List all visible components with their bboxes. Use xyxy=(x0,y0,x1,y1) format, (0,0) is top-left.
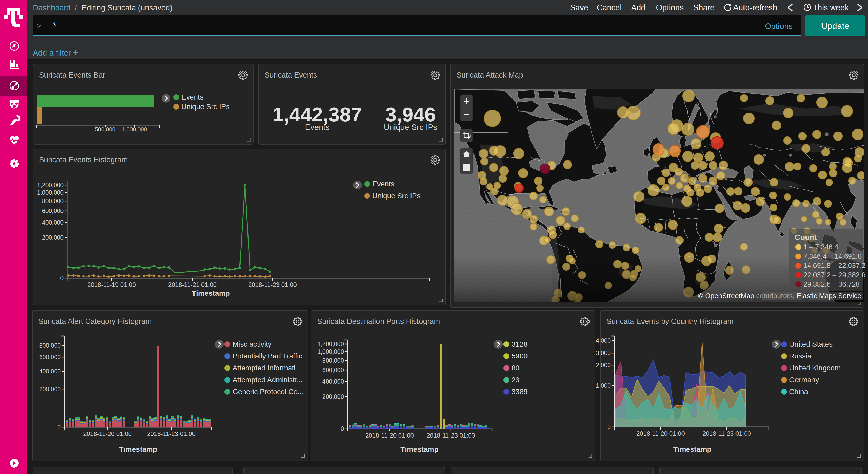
svg-text:Save: Save xyxy=(570,3,588,12)
svg-text:22,037.2 – 29,382.6: 22,037.2 – 29,382.6 xyxy=(803,271,865,279)
svg-text:Timestamp: Timestamp xyxy=(673,445,711,453)
svg-text:Suricata Events by Country His: Suricata Events by Country Histogram xyxy=(607,317,734,325)
svg-text:600,000: 600,000 xyxy=(322,367,344,374)
svg-text:500,000: 500,000 xyxy=(95,126,116,132)
svg-text:Cancel: Cancel xyxy=(597,3,622,12)
svg-text:1,000,000: 1,000,000 xyxy=(122,126,147,132)
svg-text:China: China xyxy=(789,388,808,396)
svg-text:Generic Protocol Co...: Generic Protocol Co... xyxy=(232,388,304,396)
svg-text:200,000: 200,000 xyxy=(322,393,344,400)
svg-text:Count: Count xyxy=(795,233,817,241)
svg-text:5900: 5900 xyxy=(512,352,528,360)
svg-text:800,000: 800,000 xyxy=(322,357,344,364)
svg-text:200,000: 200,000 xyxy=(42,234,64,241)
svg-text:80: 80 xyxy=(512,364,520,372)
svg-text:Options: Options xyxy=(765,22,793,31)
svg-text:2018-11-20 01:00: 2018-11-20 01:00 xyxy=(636,430,685,437)
svg-text:+: + xyxy=(73,47,79,58)
svg-text:© OpenStreetMap contributors,: © OpenStreetMap contributors, Elastic Ma… xyxy=(698,292,861,300)
svg-text:>_: >_ xyxy=(37,23,45,30)
svg-text:0: 0 xyxy=(607,424,611,430)
svg-text:Attempted Administr...: Attempted Administr... xyxy=(232,376,303,384)
svg-text:Unique Src IPs: Unique Src IPs xyxy=(181,102,230,111)
svg-text:Potentially Bad Traffic: Potentially Bad Traffic xyxy=(232,352,302,360)
svg-text:Add a filter: Add a filter xyxy=(33,48,71,57)
svg-text:800,000: 800,000 xyxy=(39,342,61,349)
svg-text:Timestamp: Timestamp xyxy=(119,445,157,453)
svg-text:Misc activity: Misc activity xyxy=(232,340,272,348)
svg-text:This week: This week xyxy=(813,3,849,12)
svg-text:Editing Suricata (unsaved): Editing Suricata (unsaved) xyxy=(82,3,173,12)
svg-text:1,442,387: 1,442,387 xyxy=(272,103,362,126)
svg-text:2018-11-23 01:00: 2018-11-23 01:00 xyxy=(427,432,475,439)
svg-text:1,000: 1,000 xyxy=(596,382,611,389)
svg-text:Suricata Alert Category Histog: Suricata Alert Category Histogram xyxy=(38,317,152,325)
svg-text:/: / xyxy=(75,4,77,12)
svg-text:Events: Events xyxy=(372,180,395,188)
svg-text:800,000: 800,000 xyxy=(42,198,64,204)
svg-text:Timestamp: Timestamp xyxy=(192,289,230,297)
svg-text:Suricata Attack Map: Suricata Attack Map xyxy=(457,71,523,79)
svg-text:0: 0 xyxy=(57,424,61,431)
svg-text:Options: Options xyxy=(656,3,684,12)
svg-text:2018-11-23 01:00: 2018-11-23 01:00 xyxy=(703,430,751,437)
svg-text:Events: Events xyxy=(305,123,330,132)
svg-text:United States: United States xyxy=(789,340,833,348)
svg-text:200,000: 200,000 xyxy=(39,386,61,393)
svg-text:Events: Events xyxy=(181,93,204,101)
svg-text:Unique Src IPs: Unique Src IPs xyxy=(384,123,437,132)
svg-text:2,000: 2,000 xyxy=(596,362,611,368)
svg-text:1 – 7,346.4: 1 – 7,346.4 xyxy=(803,243,838,251)
svg-text:2018-11-23 01:00: 2018-11-23 01:00 xyxy=(248,281,297,288)
svg-text:400,000: 400,000 xyxy=(39,368,61,375)
svg-text:400,000: 400,000 xyxy=(42,219,64,226)
svg-text:23: 23 xyxy=(512,376,520,384)
svg-text:Share: Share xyxy=(693,3,715,12)
svg-text:600,000: 600,000 xyxy=(39,354,61,360)
svg-text:Update: Update xyxy=(821,21,849,31)
svg-text:2018-11-20 01:00: 2018-11-20 01:00 xyxy=(365,432,414,439)
svg-text:3389: 3389 xyxy=(512,388,528,396)
svg-text:2018-11-23 01:00: 2018-11-23 01:00 xyxy=(147,430,195,437)
svg-text:3,000: 3,000 xyxy=(596,350,611,356)
svg-text:Germany: Germany xyxy=(789,376,819,384)
svg-text:*: * xyxy=(53,21,56,30)
svg-text:600,000: 600,000 xyxy=(42,208,64,214)
svg-text:United Kingdom: United Kingdom xyxy=(789,364,841,372)
svg-text:Suricata Destination Ports His: Suricata Destination Ports Histogram xyxy=(317,317,440,325)
svg-text:Add: Add xyxy=(631,3,645,12)
svg-text:29,382.6 – 36,728: 29,382.6 – 36,728 xyxy=(803,280,860,288)
svg-text:2018-11-21 01:00: 2018-11-21 01:00 xyxy=(168,281,217,288)
svg-text:1,200,000: 1,200,000 xyxy=(37,182,64,188)
svg-text:2018-11-19 01:00: 2018-11-19 01:00 xyxy=(87,281,136,288)
svg-text:7,346.4 – 14,691.8: 7,346.4 – 14,691.8 xyxy=(803,253,862,260)
svg-text:Auto-refresh: Auto-refresh xyxy=(733,3,777,12)
svg-text:1,000,000: 1,000,000 xyxy=(37,189,64,196)
svg-text:Suricata Events Bar: Suricata Events Bar xyxy=(39,71,105,79)
svg-text:1,200,000: 1,200,000 xyxy=(317,340,344,347)
svg-text:Suricata Events: Suricata Events xyxy=(265,71,317,79)
svg-text:Dashboard: Dashboard xyxy=(33,3,71,12)
svg-text:Timestamp: Timestamp xyxy=(400,445,438,453)
svg-text:0: 0 xyxy=(60,275,64,282)
svg-text:0: 0 xyxy=(340,425,344,432)
svg-text:1,000,000: 1,000,000 xyxy=(317,348,344,355)
svg-text:Russia: Russia xyxy=(789,352,811,360)
svg-text:14,691.8 – 22,037.2: 14,691.8 – 22,037.2 xyxy=(803,262,865,270)
svg-text:400,000: 400,000 xyxy=(322,378,344,385)
svg-text:3,946: 3,946 xyxy=(385,103,436,126)
svg-text:3128: 3128 xyxy=(512,340,528,348)
svg-text:2018-11-20 01:00: 2018-11-20 01:00 xyxy=(83,430,132,437)
svg-text:4,000: 4,000 xyxy=(596,337,611,344)
svg-text:Attempted Informati...: Attempted Informati... xyxy=(232,364,302,372)
svg-text:Suricata Events Histogram: Suricata Events Histogram xyxy=(39,156,128,164)
svg-text:Unique Src IPs: Unique Src IPs xyxy=(372,192,421,200)
